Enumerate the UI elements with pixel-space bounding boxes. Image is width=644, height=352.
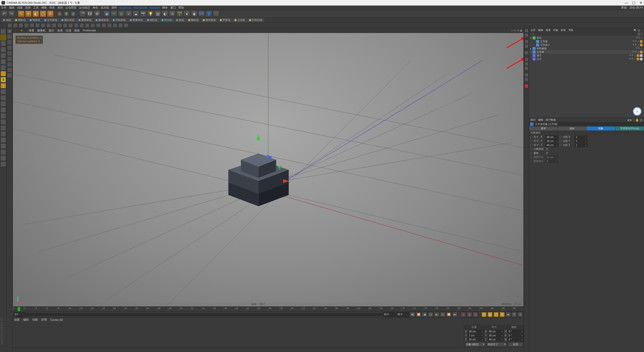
tool-5[interactable]: ⬚ (213, 11, 219, 17)
am-userdata[interactable]: 用户数据 (546, 118, 556, 122)
add-null-button[interactable]: ⊙ (169, 11, 176, 17)
end-frame-input[interactable] (396, 312, 409, 317)
objrow-5[interactable]: 池子✓ (529, 54, 644, 57)
stool-3[interactable] (24, 23, 29, 28)
stool-8[interactable] (52, 23, 56, 28)
attr-size-0[interactable]: 48 cm♦ (546, 136, 558, 139)
attr-tab-object[interactable]: 对象 (587, 126, 615, 130)
mgr-0[interactable] (525, 29, 529, 33)
cur-frame-input[interactable] (383, 312, 395, 317)
attr-seg-1[interactable]: 1♦ (575, 140, 587, 143)
workplane-button[interactable] (1, 83, 6, 89)
objrow-3[interactable]: ▸布料曲面✓ (529, 47, 644, 50)
lt-19[interactable] (1, 143, 6, 149)
enable-icon[interactable]: ✓ (637, 40, 639, 43)
model-mode-button[interactable] (1, 35, 6, 40)
move-tool[interactable]: ✢ (25, 11, 32, 17)
field-tab-4[interactable]: 圆柱体域 (59, 18, 76, 22)
field-tab-11[interactable]: 组域 (174, 18, 186, 22)
stool-14[interactable] (85, 23, 90, 28)
lt-16[interactable] (1, 125, 6, 131)
perspective-viewport[interactable]: Number of emitters: 0 Total live particl… (13, 33, 524, 307)
phong-tag-icon[interactable] (637, 58, 639, 60)
add-environment-button[interactable]: ☁ (133, 11, 139, 17)
vmenu-filter[interactable]: 过滤 (66, 29, 71, 32)
menu-mesh[interactable]: 网格 (41, 6, 47, 10)
field-tab-3[interactable]: 立方体域 (42, 18, 59, 22)
tool-4[interactable]: 👤 (206, 11, 212, 17)
phong-tag-icon[interactable] (640, 40, 642, 43)
om-home-icon[interactable]: ⌂ (641, 29, 642, 32)
am-edit[interactable]: 编辑 (538, 118, 543, 122)
material-tag-icon[interactable] (640, 54, 642, 57)
om-object[interactable]: 对象 (553, 28, 558, 32)
axis-x-toggle[interactable]: X (57, 11, 63, 17)
menu-create[interactable]: 创建 (17, 6, 23, 10)
coord-pos-X[interactable]: 30 cm♦ (468, 330, 484, 333)
key-more-button[interactable]: ≡ (518, 312, 523, 317)
stool-16[interactable] (96, 23, 101, 28)
mm-create[interactable]: 创建 (14, 318, 20, 322)
attr-tab-phong[interactable]: 平滑着色(Phong) (615, 126, 644, 130)
vis-render-icon[interactable] (635, 40, 636, 42)
menu-tools[interactable]: 工具 (33, 6, 39, 10)
vis-render-icon[interactable] (638, 37, 640, 38)
render-region-button[interactable]: 🎞 (87, 11, 93, 17)
stool-20[interactable] (118, 23, 123, 28)
vmenu-panel[interactable]: 面板 (74, 29, 80, 32)
add-sky-button[interactable]: ◐ (162, 11, 168, 17)
make-editable-button[interactable] (1, 29, 6, 34)
lt2-8[interactable] (7, 73, 12, 78)
field-tab-7[interactable]: 环状体域 (111, 18, 128, 22)
add-light-button[interactable]: 💡 (147, 11, 154, 17)
gizmo-x-arrow-icon[interactable] (283, 179, 289, 183)
field-tab-15[interactable]: 公式域 (232, 18, 247, 22)
key-pos-button[interactable]: ✢ (481, 312, 487, 317)
lt-21[interactable] (1, 155, 6, 161)
enable-icon[interactable]: ✓ (634, 54, 636, 57)
material-tag-icon[interactable] (640, 58, 642, 60)
coord-size-mode-select[interactable]: 绝对尺寸▾ (487, 342, 507, 347)
stool-18[interactable] (107, 23, 112, 28)
lt2-5[interactable] (7, 56, 12, 61)
coord-size-Z[interactable]: 48 cm♦ (488, 338, 504, 341)
attr-size-2[interactable]: 48 cm♦ (546, 144, 558, 147)
objrow-1[interactable]: 立方体✓ (529, 40, 644, 43)
stool-5[interactable] (35, 23, 40, 28)
phong-tag-icon[interactable] (640, 51, 642, 53)
mgr-3[interactable] (525, 44, 529, 48)
lt2-4[interactable] (7, 51, 12, 56)
am-mode[interactable]: 模式 (531, 118, 536, 122)
next-frame-button[interactable]: ▷ (440, 312, 445, 317)
menu-help[interactable]: 帮助 (178, 6, 184, 10)
undo-button[interactable]: ↶ (1, 11, 8, 17)
point-mode-button[interactable] (1, 53, 6, 58)
texture-mode-button[interactable] (1, 41, 6, 46)
menu-redshift[interactable]: Redshift (150, 6, 160, 9)
add-cube-button[interactable]: ▣ (103, 11, 110, 17)
field-tab-14[interactable]: 声音域 (218, 18, 232, 22)
redo-button[interactable]: ↷ (8, 11, 15, 17)
stool-11[interactable] (68, 23, 73, 28)
viewport-nav-4-icon[interactable]: ▣ (520, 29, 522, 32)
scale-tool[interactable]: ◧ (32, 11, 39, 17)
vis-editor-icon[interactable] (633, 44, 634, 45)
start-frame-input[interactable] (14, 312, 26, 317)
field-tab-9[interactable]: 线性域 (145, 18, 159, 22)
om-edit[interactable]: 编辑 (538, 28, 543, 32)
vis-editor-icon[interactable] (636, 37, 637, 38)
layout-dropdown[interactable]: 启动 (用户) (629, 6, 643, 10)
menu-plugins[interactable]: 插件 (111, 6, 117, 10)
attr-seg-2[interactable]: 1♦ (575, 144, 587, 147)
stool-10[interactable] (63, 23, 67, 28)
am-next-icon[interactable]: ▶ (630, 118, 632, 122)
tool-2[interactable]: ◉ (191, 11, 197, 17)
lt2-6[interactable] (7, 62, 12, 67)
attr-size-1[interactable]: 30 cm♦ (546, 140, 558, 143)
stool-21[interactable] (124, 23, 128, 28)
coord-pos-Y[interactable]: 2 cm♦ (468, 334, 484, 337)
phong-tag-icon[interactable] (637, 54, 639, 57)
lt2-2[interactable] (7, 40, 12, 45)
enable-icon[interactable]: ✓ (637, 51, 639, 54)
menu-window[interactable]: 窗口 (170, 6, 176, 10)
